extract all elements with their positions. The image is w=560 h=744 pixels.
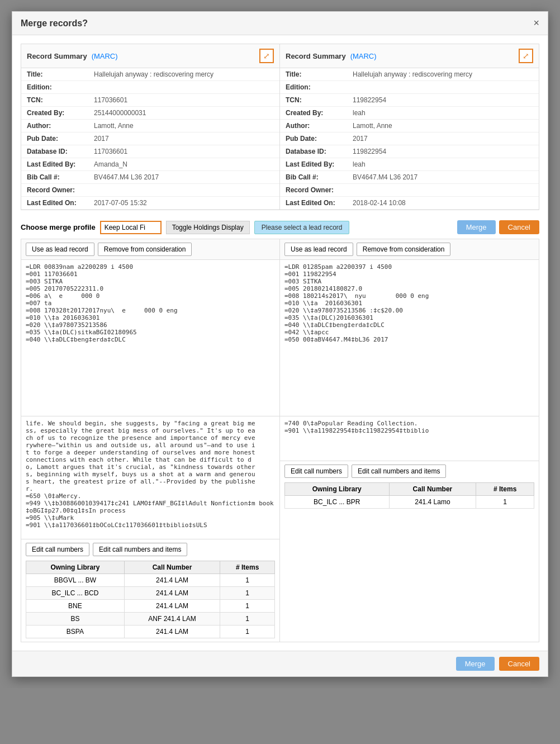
- table-row: Title:Hallelujah anyway : rediscovering …: [280, 68, 539, 81]
- table-row: Bib Call #:BV4647.M4 L36 2017: [280, 171, 539, 184]
- record1-remove-button[interactable]: Remove from consideration: [98, 243, 192, 256]
- record1-bottom-col: Use as lead record Remove from considera…: [21, 239, 280, 642]
- record2-holdings-section: Edit call numbers Edit call numbers and …: [280, 461, 539, 512]
- modal-body: Record Summary (MARC) ⤢ Title:Hallelujah…: [12, 35, 548, 651]
- table-row: BSANF 241.4 LAM1: [26, 613, 275, 625]
- table-row: TCN:117036601: [21, 94, 279, 107]
- table-row: Author:Lamott, Anne: [280, 120, 539, 132]
- table-row: BC_ILC ... BCD241.4 LAM1: [26, 587, 275, 600]
- record1-header: Record Summary (MARC) ⤢: [21, 44, 279, 68]
- record2-holdings-btns: Edit call numbers Edit call numbers and …: [284, 465, 534, 478]
- table-row: Owning Library Call Number # Items: [26, 561, 275, 574]
- merge-button[interactable]: Merge: [457, 220, 496, 234]
- table-row: Pub Date:2017: [280, 132, 539, 145]
- record2-bottom-col: Use as lead record Remove from considera…: [280, 239, 539, 642]
- modal-header: Merge records? ×: [12, 12, 548, 35]
- table-row: BBGVL ... BW241.4 LAM1: [26, 574, 275, 587]
- modal-title: Merge records?: [21, 18, 88, 29]
- table-row: Record Owner:: [280, 184, 539, 197]
- merge-profile-row: Choose merge profile Toggle Holdings Dis…: [21, 216, 539, 239]
- close-button[interactable]: ×: [533, 17, 539, 29]
- record2-extended-marc: =740 0\‡aPopular Reading Collection. =90…: [280, 416, 539, 461]
- table-row: Edition:: [280, 81, 539, 94]
- record1-title: Record Summary: [27, 52, 87, 60]
- record1-holdings-btns: Edit call numbers Edit call numbers and …: [26, 543, 275, 556]
- record2-expand-button[interactable]: ⤢: [519, 49, 533, 63]
- table-row: BNE241.4 LAM1: [26, 600, 275, 613]
- table-row: BSPA241.4 LAM1: [26, 625, 275, 638]
- table-row: Owning Library Call Number # Items: [285, 483, 534, 496]
- record2-use-as-lead-button[interactable]: Use as lead record: [284, 243, 353, 256]
- table-row: Author:Lamott, Anne: [21, 120, 279, 132]
- record2-action-row: Use as lead record Remove from considera…: [280, 239, 539, 260]
- record1-use-as-lead-button[interactable]: Use as lead record: [26, 243, 94, 256]
- record2-title: Record Summary: [286, 52, 346, 60]
- modal-footer: Merge Cancel: [12, 651, 548, 676]
- records-bottom-grid: Use as lead record Remove from considera…: [21, 239, 539, 642]
- record2-holdings-table: Owning Library Call Number # Items BC_IL…: [284, 482, 534, 509]
- record2-col: Record Summary (MARC) ⤢ Title:Hallelujah…: [280, 44, 539, 210]
- records-summary-grid: Record Summary (MARC) ⤢ Title:Hallelujah…: [21, 44, 539, 210]
- table-row: Created By:25144000000031: [21, 107, 279, 120]
- merge-cancel-buttons: Merge Cancel: [457, 220, 539, 234]
- record1-marc: (MARC): [92, 52, 118, 60]
- record1-holdings-section: Edit call numbers Edit call numbers and …: [21, 539, 279, 642]
- table-row: Bib Call #:BV4647.M4 L36 2017: [21, 171, 279, 184]
- table-row: Title:Hallelujah anyway : rediscovering …: [21, 68, 279, 81]
- table-row: Pub Date:2017: [21, 132, 279, 145]
- record1-col: Record Summary (MARC) ⤢ Title:Hallelujah…: [21, 44, 280, 210]
- cancel-button-top[interactable]: Cancel: [499, 220, 539, 234]
- record2-info-table: Title:Hallelujah anyway : rediscovering …: [280, 68, 539, 210]
- merge-profile-input[interactable]: [100, 221, 162, 234]
- record2-edit-call-numbers-items-button[interactable]: Edit call numbers and items: [352, 465, 446, 478]
- record2-header: Record Summary (MARC) ⤢: [280, 44, 539, 68]
- table-row: Last Edited On:2018-02-14 10:08: [280, 197, 539, 210]
- table-row: Edition:: [21, 81, 279, 94]
- table-row: Last Edited By:leah: [280, 158, 539, 171]
- toggle-holdings-button[interactable]: Toggle Holdings Display: [166, 221, 250, 234]
- record2-edit-call-numbers-button[interactable]: Edit call numbers: [284, 465, 348, 478]
- record1-holdings-table: Owning Library Call Number # Items BBGVL…: [26, 561, 275, 638]
- table-row: Created By:leah: [280, 107, 539, 120]
- cancel-button-bottom[interactable]: Cancel: [499, 657, 539, 671]
- merge-button-bottom[interactable]: Merge: [456, 657, 495, 671]
- table-row: Last Edited By:Amanda_N: [21, 158, 279, 171]
- record2-marc: (MARC): [350, 52, 377, 60]
- table-row: BC_ILC ... BPR241.4 Lamo1: [285, 496, 534, 509]
- table-row: Database ID:117036601: [21, 145, 279, 158]
- record1-extended-marc: life. We should begin, she suggests, by …: [21, 416, 279, 539]
- record2-marc-text: =LDR 01285pam a2200397 i 4500 =001 11982…: [280, 260, 539, 416]
- table-row: TCN:119822954: [280, 94, 539, 107]
- record1-action-row: Use as lead record Remove from considera…: [21, 239, 279, 260]
- record1-edit-call-numbers-items-button[interactable]: Edit call numbers and items: [93, 543, 187, 556]
- record1-expand-button[interactable]: ⤢: [259, 49, 274, 63]
- lead-record-tooltip: Please select a lead record: [254, 221, 350, 234]
- record1-info-table: Title:Hallelujah anyway : rediscovering …: [21, 68, 279, 210]
- table-row: Record Owner:: [21, 184, 279, 197]
- merge-records-modal: Merge records? × Record Summary (MARC) ⤢…: [12, 11, 548, 677]
- table-row: Last Edited On:2017-07-05 15:32: [21, 197, 279, 210]
- record2-remove-button[interactable]: Remove from consideration: [357, 243, 451, 256]
- merge-profile-label: Choose merge profile: [21, 223, 96, 231]
- table-row: Database ID:119822954: [280, 145, 539, 158]
- record1-marc-text: =LDR 00839nam a2200289 i 4500 =001 11703…: [21, 260, 279, 416]
- record1-edit-call-numbers-button[interactable]: Edit call numbers: [26, 543, 89, 556]
